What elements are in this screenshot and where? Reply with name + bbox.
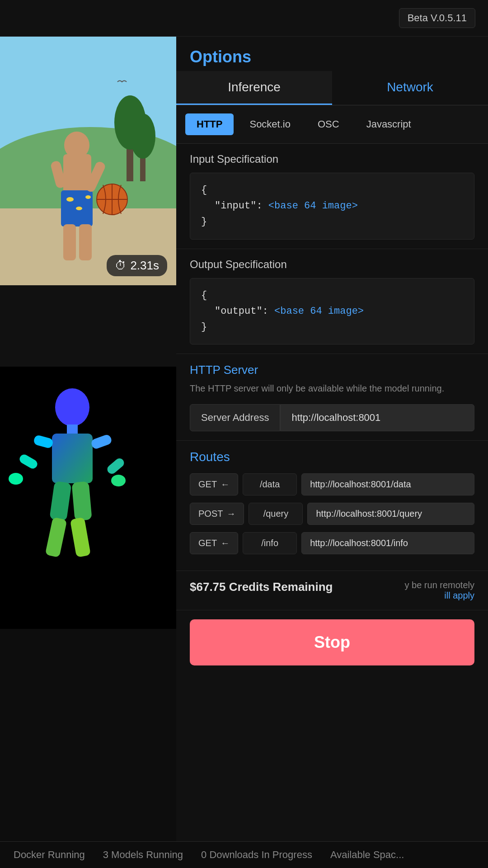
subtab-javascript[interactable]: Javascript	[355, 113, 422, 135]
output-brace-open: {	[201, 290, 207, 301]
route-row-info: GET ← /info http://localhost:8001/info	[190, 532, 474, 554]
input-brace-close: }	[201, 216, 207, 227]
stop-button-section: Stop	[176, 610, 488, 675]
pose-figure-svg	[0, 367, 176, 629]
input-key: "input":	[215, 200, 268, 212]
svg-point-6	[130, 113, 155, 159]
route-get-label: GET	[198, 479, 217, 490]
output-brace-close: }	[201, 321, 207, 333]
status-docker: Docker Running	[14, 849, 85, 861]
route-path-query: /query	[249, 503, 303, 525]
remote-text: y be run remotely	[404, 580, 474, 590]
bottom-info: $67.75 Credits Remaining y be run remote…	[176, 571, 488, 610]
input-spec-section: Input Specification { "input": <base 64 …	[176, 144, 488, 249]
output-spec-title: Output Specification	[190, 258, 474, 271]
route-arrow-left: ←	[221, 479, 230, 490]
subtab-osc[interactable]: OSC	[306, 113, 351, 135]
subtab-http[interactable]: HTTP	[185, 113, 234, 135]
svg-rect-29	[71, 481, 92, 521]
svg-point-33	[111, 475, 126, 486]
status-models: 3 Models Running	[103, 849, 183, 861]
sub-tabs: HTTP Socket.io OSC Javascript	[176, 105, 488, 144]
http-server-title: HTTP Server	[190, 363, 474, 377]
output-spec-section: Output Specification { "output": <base 6…	[176, 249, 488, 354]
route-url-data: http://localhost:8001/data	[301, 473, 474, 495]
server-address-row: Server Address http://localhost:8001	[190, 404, 474, 431]
server-address-label: Server Address	[190, 404, 280, 431]
routes-title: Routes	[190, 450, 474, 464]
routes-section: Routes GET ← /data http://localhost:8001…	[176, 441, 488, 571]
http-server-desc: The HTTP server will only be available w…	[190, 382, 474, 395]
svg-rect-14	[79, 224, 92, 260]
basketball-scene	[0, 37, 176, 285]
svg-rect-23	[52, 434, 93, 483]
left-panel: ⏱ 2.31s	[0, 37, 176, 850]
tab-inference[interactable]: Inference	[176, 71, 332, 105]
route-path-info: /info	[243, 532, 297, 554]
input-brace-open: {	[201, 184, 207, 196]
options-header: Options	[176, 37, 488, 71]
remote-info: y be run remotely ill apply	[404, 580, 474, 601]
route-row-data: GET ← /data http://localhost:8001/data	[190, 473, 474, 495]
apply-link[interactable]: ill apply	[404, 590, 474, 601]
status-space: Available Spac...	[330, 849, 404, 861]
timer-value: 2.31s	[130, 259, 159, 273]
input-value: <base 64 image>	[268, 200, 358, 212]
server-address-value: http://localhost:8001	[280, 404, 474, 431]
timer-badge: ⏱ 2.31s	[107, 255, 167, 276]
stop-button[interactable]: Stop	[190, 619, 474, 665]
svg-rect-13	[63, 224, 76, 260]
route-row-query: POST → /query http://localhost:8001/quer…	[190, 503, 474, 525]
output-value: <base 64 image>	[274, 306, 364, 317]
svg-point-11	[76, 207, 82, 210]
basketball-player-svg	[0, 37, 176, 285]
svg-point-32	[9, 473, 23, 485]
route-arrow-info: ←	[221, 538, 230, 548]
route-url-info: http://localhost:8001/info	[301, 532, 474, 554]
main-layout: ⏱ 2.31s	[0, 37, 488, 850]
route-path-data: /data	[243, 473, 297, 495]
right-panel: Options Inference Network HTTP Socket.io…	[176, 37, 488, 850]
subtab-socketio[interactable]: Socket.io	[238, 113, 302, 135]
status-downloads: 0 Downloads In Progress	[201, 849, 312, 861]
http-server-section: HTTP Server The HTTP server will only be…	[176, 354, 488, 441]
timer-icon: ⏱	[115, 259, 127, 273]
status-bar: Docker Running 3 Models Running 0 Downlo…	[0, 841, 488, 868]
top-bar: Beta V.0.5.11	[0, 0, 488, 37]
svg-point-10	[66, 197, 74, 202]
preview-image-pose	[0, 367, 176, 629]
input-spec-code: { "input": <base 64 image> }	[190, 173, 474, 240]
spacer-area	[0, 285, 176, 367]
tab-network[interactable]: Network	[332, 71, 488, 105]
credits-text: $67.75 Credits Remaining	[190, 580, 333, 594]
version-badge: Beta V.0.5.11	[399, 8, 475, 28]
route-get-info-label: GET	[198, 538, 217, 548]
route-post-label: POST	[198, 509, 223, 519]
preview-image-basketball: ⏱ 2.31s	[0, 37, 176, 285]
input-spec-title: Input Specification	[190, 153, 474, 165]
output-spec-code: { "output": <base 64 image> }	[190, 278, 474, 345]
main-tabs: Inference Network	[176, 71, 488, 105]
route-arrow-right: →	[226, 509, 235, 519]
svg-point-12	[85, 195, 91, 199]
route-method-get-data: GET ←	[190, 473, 238, 495]
route-url-query: http://localhost:8001/query	[307, 503, 474, 525]
route-method-get-info: GET ←	[190, 532, 238, 554]
route-method-post-query: POST →	[190, 503, 244, 525]
output-key: "output":	[215, 306, 274, 317]
svg-rect-22	[67, 425, 78, 434]
svg-point-21	[55, 388, 89, 426]
